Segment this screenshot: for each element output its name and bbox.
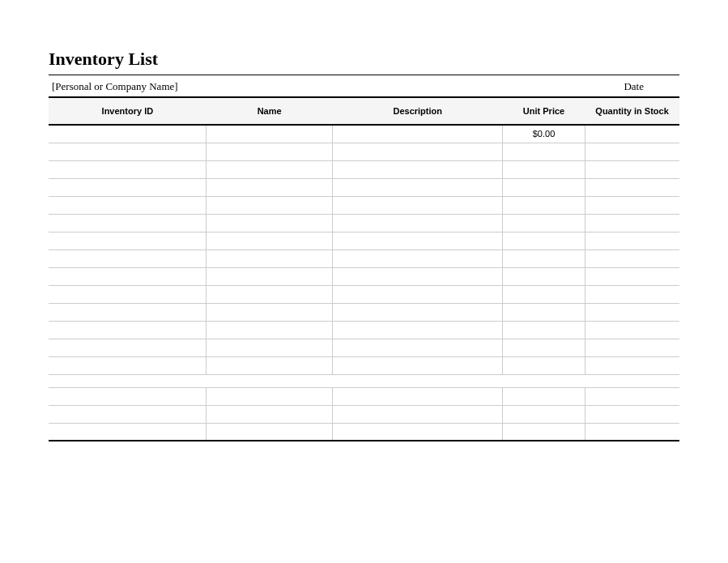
cell-inventory-id[interactable] (49, 250, 206, 267)
cell-inventory-id[interactable] (49, 387, 206, 405)
cell-name[interactable] (206, 321, 333, 339)
cell-name[interactable] (206, 423, 333, 441)
inventory-table: Inventory ID Name Description Unit Price… (49, 96, 679, 441)
table-row (49, 285, 679, 303)
cell-name[interactable] (206, 125, 333, 143)
cell-description[interactable] (333, 232, 503, 250)
cell-unit-price[interactable] (503, 214, 585, 232)
cell-inventory-id[interactable] (49, 160, 206, 178)
cell-quantity[interactable] (585, 143, 679, 160)
cell-name[interactable] (206, 267, 333, 285)
cell-name[interactable] (206, 339, 333, 356)
cell-description[interactable] (333, 339, 503, 356)
cell-quantity[interactable] (585, 250, 679, 267)
cell-description[interactable] (333, 125, 503, 143)
cell-inventory-id[interactable] (49, 214, 206, 232)
cell-description[interactable] (333, 405, 503, 423)
cell-quantity[interactable] (585, 321, 679, 339)
cell-description[interactable] (333, 356, 503, 374)
cell-quantity[interactable] (585, 423, 679, 441)
cell-name[interactable] (206, 356, 333, 374)
cell-description[interactable] (333, 214, 503, 232)
cell-description[interactable] (333, 321, 503, 339)
cell-inventory-id[interactable] (49, 143, 206, 160)
cell-quantity[interactable] (585, 387, 679, 405)
cell-quantity[interactable] (585, 267, 679, 285)
col-unit-price: Unit Price (503, 97, 585, 125)
cell-unit-price[interactable] (503, 196, 585, 214)
cell-unit-price[interactable] (503, 232, 585, 250)
cell-quantity[interactable] (585, 196, 679, 214)
cell-quantity[interactable] (585, 405, 679, 423)
cell-description[interactable] (333, 160, 503, 178)
cell-inventory-id[interactable] (49, 285, 206, 303)
table-row (49, 250, 679, 267)
cell-inventory-id[interactable] (49, 321, 206, 339)
table-row (49, 321, 679, 339)
cell-name[interactable] (206, 214, 333, 232)
table-header-row: Inventory ID Name Description Unit Price… (49, 97, 679, 125)
cell-unit-price[interactable] (503, 423, 585, 441)
cell-unit-price[interactable] (503, 178, 585, 196)
table-row (49, 423, 679, 441)
cell-unit-price[interactable] (503, 285, 585, 303)
cell-name[interactable] (206, 160, 333, 178)
cell-name[interactable] (206, 303, 333, 321)
company-name-placeholder: [Personal or Company Name] (52, 80, 178, 93)
cell-description[interactable] (333, 196, 503, 214)
cell-inventory-id[interactable] (49, 303, 206, 321)
cell-name[interactable] (206, 285, 333, 303)
cell-unit-price[interactable] (503, 160, 585, 178)
cell-unit-price[interactable] (503, 339, 585, 356)
table-row (49, 214, 679, 232)
cell-unit-price[interactable] (503, 321, 585, 339)
cell-description[interactable] (333, 303, 503, 321)
cell-inventory-id[interactable] (49, 125, 206, 143)
cell-unit-price[interactable] (503, 250, 585, 267)
cell-quantity[interactable] (585, 214, 679, 232)
cell-inventory-id[interactable] (49, 339, 206, 356)
cell-inventory-id[interactable] (49, 232, 206, 250)
cell-unit-price[interactable] (503, 356, 585, 374)
cell-name[interactable] (206, 178, 333, 196)
cell-name[interactable] (206, 143, 333, 160)
table-row (49, 267, 679, 285)
cell-quantity[interactable] (585, 160, 679, 178)
cell-quantity[interactable] (585, 178, 679, 196)
cell-unit-price[interactable]: $0.00 (503, 125, 585, 143)
cell-description[interactable] (333, 178, 503, 196)
cell-inventory-id[interactable] (49, 423, 206, 441)
cell-inventory-id[interactable] (49, 267, 206, 285)
cell-inventory-id[interactable] (49, 356, 206, 374)
table-gap-row (49, 374, 679, 387)
cell-quantity[interactable] (585, 339, 679, 356)
cell-quantity[interactable] (585, 285, 679, 303)
page-title: Inventory List (49, 49, 679, 75)
cell-description[interactable] (333, 387, 503, 405)
table-row (49, 143, 679, 160)
cell-description[interactable] (333, 143, 503, 160)
cell-quantity[interactable] (585, 232, 679, 250)
cell-inventory-id[interactable] (49, 178, 206, 196)
cell-description[interactable] (333, 267, 503, 285)
cell-name[interactable] (206, 250, 333, 267)
col-inventory-id: Inventory ID (49, 97, 206, 125)
cell-description[interactable] (333, 250, 503, 267)
cell-unit-price[interactable] (503, 405, 585, 423)
cell-description[interactable] (333, 423, 503, 441)
col-name: Name (206, 97, 333, 125)
cell-unit-price[interactable] (503, 303, 585, 321)
cell-unit-price[interactable] (503, 387, 585, 405)
cell-name[interactable] (206, 387, 333, 405)
cell-unit-price[interactable] (503, 267, 585, 285)
cell-unit-price[interactable] (503, 143, 585, 160)
cell-name[interactable] (206, 405, 333, 423)
cell-description[interactable] (333, 285, 503, 303)
cell-quantity[interactable] (585, 303, 679, 321)
cell-inventory-id[interactable] (49, 405, 206, 423)
cell-name[interactable] (206, 232, 333, 250)
cell-quantity[interactable] (585, 356, 679, 374)
cell-inventory-id[interactable] (49, 196, 206, 214)
cell-quantity[interactable] (585, 125, 679, 143)
cell-name[interactable] (206, 196, 333, 214)
